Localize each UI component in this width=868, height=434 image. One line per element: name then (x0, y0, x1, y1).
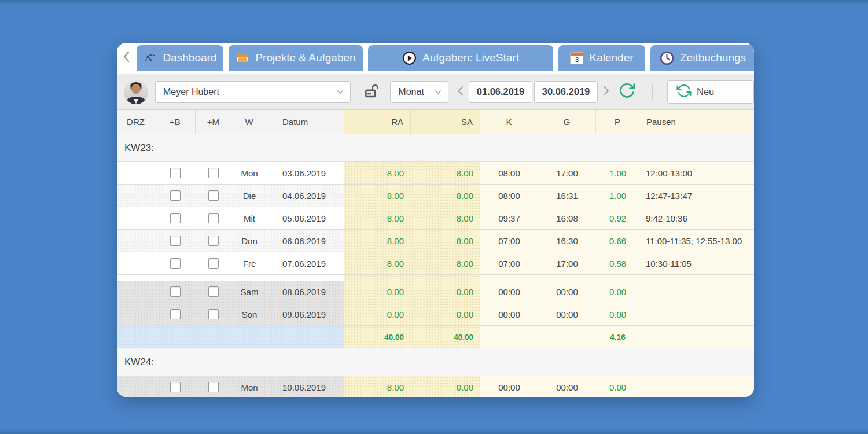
refresh-icon (618, 82, 636, 102)
checkbox-plus-m[interactable] (208, 213, 219, 223)
tab-aufgaben-livestart[interactable]: Aufgaben: LiveStart (368, 45, 553, 71)
header-cell-k[interactable]: K (480, 110, 538, 134)
refresh-button[interactable] (618, 82, 636, 102)
table-row: Don 06.06.2019 8.00 8.00 07:00 16:30 0.6… (117, 230, 754, 252)
date-to-input[interactable]: 30.06.2019 (534, 81, 598, 103)
checkbox-plus-b[interactable] (170, 168, 181, 178)
cell-g: 16:30 (538, 230, 596, 252)
header-cell-plus-m[interactable]: +M (196, 110, 231, 134)
chevron-down-icon (334, 86, 346, 98)
summary-g (538, 326, 596, 348)
next-period-button[interactable] (599, 81, 612, 103)
header-cell-datum[interactable]: Datum (267, 110, 344, 134)
cell-pausen: 9:42-10:36 (639, 207, 754, 230)
cell-k: 08:00 (480, 185, 538, 207)
tab-label: Zeitbuchungs (680, 52, 746, 64)
checkbox-plus-b[interactable] (170, 236, 181, 246)
lock-toggle[interactable] (363, 82, 381, 102)
clock-icon (660, 51, 674, 65)
cell-weekday: Sam (231, 281, 267, 303)
cell-date: 03.06.2019 (267, 162, 344, 185)
summary-ra: 40.00 (344, 326, 411, 348)
checkbox-plus-m[interactable] (208, 168, 219, 178)
tab-kalender[interactable]: 3 Kalender (558, 45, 645, 71)
user-avatar (124, 80, 148, 104)
checkbox-plus-m[interactable] (208, 190, 219, 201)
header-cell-sa[interactable]: SA (411, 110, 480, 134)
cell-date: 08.06.2019 (267, 281, 344, 303)
calendar-icon: 3 (570, 52, 583, 64)
header-cell-ra[interactable]: RA (344, 110, 411, 134)
calendar-day-badge: 3 (571, 56, 583, 64)
cell-p: 0.00 (596, 281, 639, 303)
chevron-left-icon (456, 84, 465, 100)
cell-g: 16:31 (538, 185, 596, 207)
prev-period-button[interactable] (454, 81, 467, 103)
cell-ra: 0.00 (344, 303, 411, 326)
cell-ra: 8.00 (344, 252, 411, 275)
cell-p: 0.00 (596, 303, 639, 326)
cell-g: 00:00 (538, 281, 596, 303)
checkbox-plus-b[interactable] (170, 382, 181, 392)
cell-sa: 0.00 (411, 376, 480, 397)
cell-ra: 8.00 (344, 185, 411, 207)
tab-dashboard[interactable]: Dashboard (137, 45, 223, 71)
summary-p: 4.16 (596, 326, 639, 348)
table-row: Sam 08.06.2019 0.00 0.00 00:00 00:00 0.0… (117, 281, 754, 303)
header-cell-p[interactable]: P (596, 110, 639, 134)
cell-weekday: Mon (231, 376, 267, 397)
group-row: KW24: (117, 348, 754, 376)
header-cell-w[interactable]: W (231, 110, 267, 134)
user-select[interactable]: Meyer Hubert (155, 81, 351, 103)
checkbox-plus-m[interactable] (208, 309, 219, 319)
cell-date: 05.06.2019 (267, 207, 344, 230)
summary-pausen (639, 326, 754, 348)
gap-ra (344, 275, 411, 281)
cell-p: 0.92 (596, 207, 639, 230)
cell-pausen (639, 281, 754, 303)
checkbox-plus-b[interactable] (170, 213, 181, 223)
checkbox-plus-b[interactable] (170, 286, 181, 297)
date-range-group: 01.06.2019 30.06.2019 (454, 81, 612, 103)
checkbox-plus-m[interactable] (208, 236, 219, 246)
tab-zeitbuchungs[interactable]: Zeitbuchungs (650, 45, 754, 71)
gap-left (117, 275, 344, 281)
period-select[interactable]: Monat (390, 81, 448, 103)
cell-pausen: 12:47-13:47 (639, 185, 754, 207)
cell-g: 17:00 (538, 252, 596, 275)
group-label: KW24: (124, 356, 154, 368)
header-cell-drz[interactable]: DRZ (117, 110, 155, 134)
checkbox-plus-b[interactable] (170, 190, 181, 201)
table-row: Fre 07.06.2019 8.00 8.00 07:00 17:00 0.5… (117, 252, 754, 275)
cell-drz (117, 162, 155, 185)
header-cell-plus-b[interactable]: +B (155, 110, 196, 134)
checkbox-plus-m[interactable] (208, 382, 219, 392)
tab-scroll-left-button[interactable] (117, 45, 137, 71)
header-cell-g[interactable]: G (538, 110, 596, 134)
cell-plus-b (155, 303, 196, 326)
header-cell-pausen[interactable]: Pausen (639, 110, 754, 134)
chevron-down-icon (432, 86, 444, 98)
table-row: Mon 03.06.2019 8.00 8.00 08:00 17:00 1.0… (117, 162, 754, 185)
checkbox-plus-m[interactable] (208, 286, 219, 297)
cell-ra: 8.00 (344, 230, 411, 252)
cell-ra: 8.00 (344, 162, 411, 185)
new-button[interactable]: Neu (667, 80, 754, 104)
summary-left (117, 326, 344, 348)
cell-pausen (639, 376, 754, 397)
checkbox-plus-b[interactable] (170, 258, 181, 269)
user-select-value: Meyer Hubert (163, 87, 219, 97)
checkbox-plus-m[interactable] (208, 258, 219, 269)
cell-date: 09.06.2019 (267, 303, 344, 326)
gap-sa (411, 275, 480, 281)
cell-drz (117, 281, 155, 303)
tab-projekte-aufgaben[interactable]: Projekte & Aufgaben (229, 45, 363, 71)
toolbar-separator (652, 84, 653, 100)
date-from-input[interactable]: 01.06.2019 (469, 81, 532, 103)
checkbox-plus-b[interactable] (170, 309, 181, 319)
cell-k: 09:37 (480, 207, 538, 230)
cell-plus-b (155, 185, 196, 207)
play-circle-icon (402, 51, 417, 65)
gap-k (480, 275, 538, 281)
cell-weekday: Fre (231, 252, 267, 275)
